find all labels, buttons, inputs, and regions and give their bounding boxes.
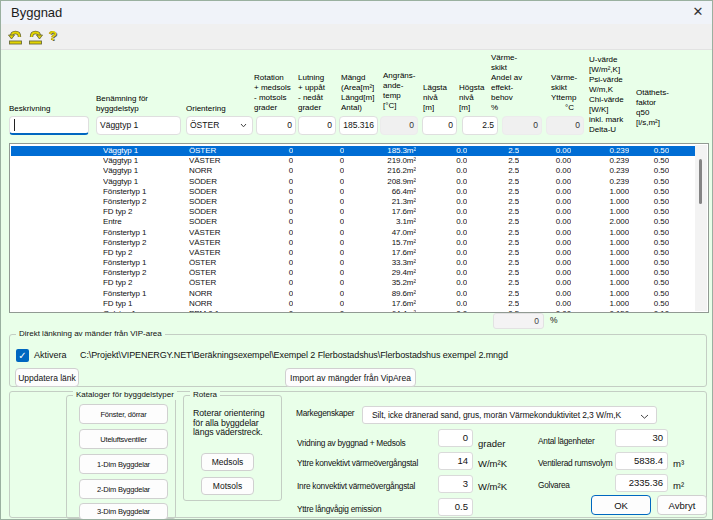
col-beskrivning: Beskrivning: [9, 104, 50, 114]
table-row[interactable]: Väggtyp 1NORR00216.2m²0.02.50.000.2390.5…: [11, 166, 695, 176]
rotera-group: Rotera Roterar orientering för alla bygg…: [183, 395, 282, 501]
table-row[interactable]: EntreSÖDER003.1m²0.02.50.002.0000.50: [11, 217, 695, 227]
golvarea-label: Golvarea: [538, 480, 570, 490]
table-row[interactable]: Väggtyp 1VÄSTER00219.0m²0.02.50.000.2390…: [11, 156, 695, 166]
rumsvolym-label: Ventilerad rumsvolym: [538, 458, 612, 468]
chevron-down-icon: [240, 122, 247, 129]
hogsta-niva-input[interactable]: 2.5: [462, 116, 498, 135]
link-group: Direkt länkning av mänder från VIP-area …: [9, 334, 707, 387]
markegenskaper-label: Markegenskaper: [296, 408, 354, 418]
golvarea-unit: m²: [673, 480, 684, 491]
dim1-byggdelar-button[interactable]: 1-Dim Byggdelar: [79, 454, 168, 474]
byggdelar-list[interactable]: Väggtyp 1ÖSTER00185.3m²0.02.50.000.2390.…: [9, 143, 709, 313]
table-row[interactable]: Fönstertyp 2SÖDER0021.3m²0.02.50.001.000…: [11, 197, 695, 207]
angransande-temp-input: 0: [380, 116, 418, 135]
close-icon[interactable]: ✕: [690, 4, 706, 20]
link-group-title: Direkt länkning av mänder från VIP-area: [16, 329, 165, 339]
redo-icon[interactable]: [28, 29, 43, 49]
table-row[interactable]: Fönstertyp 2ÖSTER0029.4m²0.02.50.001.000…: [11, 268, 695, 278]
table-row[interactable]: FD typ 2SÖDER0017.6m²0.02.50.001.0000.50: [11, 207, 695, 217]
ok-button[interactable]: OK: [591, 495, 651, 515]
scrollbar[interactable]: [695, 145, 707, 311]
col-mangd: Mängd(Area[m²]Längd[m]Antal): [341, 73, 374, 113]
vridning-label: Vridning av byggnad + Medsols: [297, 438, 405, 448]
table-row[interactable]: Fönstertyp 2VÄSTER0015.7m²0.02.50.001.00…: [11, 238, 695, 248]
beskrivning-input[interactable]: [9, 116, 89, 135]
rotation-input[interactable]: 0: [256, 116, 296, 135]
rotera-description: Roterar orientering för alla byggdelar l…: [193, 409, 271, 438]
inre-konvektivt-input[interactable]: 3: [438, 475, 473, 493]
katalog-group: Kataloger för byggdelstyper Fönster, dör…: [66, 395, 176, 519]
col-hogsta: Högstanivå[m]: [459, 83, 484, 113]
uppdatera-lank-button[interactable]: Uppdatera länk: [15, 368, 79, 387]
col-varmeskikt-yttemp: Värme-skiktYttemp°C: [551, 73, 577, 113]
percent-label: %: [550, 315, 558, 325]
katalog-group-title: Kataloger för byggdelstyper: [73, 390, 177, 400]
col-angrans: Angräns-ande-temp[°C]: [383, 71, 415, 111]
yttre-konvektivt-label: Yttre konvektivt värmeövergångstal: [297, 458, 418, 468]
uteluftsventiler-button[interactable]: Uteluftsventiler: [79, 429, 168, 449]
col-rotation: Rotation+ medsols- motsolsgrader: [254, 73, 291, 113]
col-benamning: Benämning förbyggdelstyp: [96, 94, 148, 114]
table-row[interactable]: Väggtyp 1SÖDER00208.9m²0.02.50.000.2390.…: [11, 177, 695, 187]
antal-lagenheter-input[interactable]: 30: [615, 429, 668, 447]
rumsvolym-unit: m³: [673, 458, 684, 469]
mangd-input[interactable]: 185.316: [339, 116, 378, 135]
col-orientering: Orientering: [186, 104, 226, 114]
inre-konvektivt-label: Inre konvektivt värmeövergångstal: [297, 481, 415, 491]
table-row[interactable]: Fönstertyp 1SÖDER0066.4m²0.02.50.001.000…: [11, 187, 695, 197]
markegenskaper-select[interactable]: Silt, icke dränerad sand, grus, morän Vä…: [362, 406, 657, 424]
import-button[interactable]: Import av mängder från VipArea: [285, 368, 416, 387]
varmeskikt-andel-input: 0: [502, 116, 542, 135]
table-row[interactable]: FD typ 1NORR0017.6m²0.02.50.001.0000.50: [11, 299, 695, 309]
dim3-byggdelar-button[interactable]: 3-Dim Byggdelar: [79, 503, 168, 520]
benamning-input[interactable]: Väggtyp 1: [96, 116, 181, 135]
percent-field: 0: [493, 313, 544, 329]
dim2-byggdelar-button[interactable]: 2-Dim Byggdelar: [79, 479, 168, 499]
yttre-konvektivt-unit: W/m²K: [478, 458, 507, 469]
table-row[interactable]: Fönstertyp 1ÖSTER0033.3m²0.02.50.001.000…: [11, 258, 695, 268]
emission-input[interactable]: 0.5: [438, 498, 473, 516]
help-icon[interactable]: ?: [49, 28, 57, 43]
table-row[interactable]: Fönstertyp 1NORR0089.6m²0.02.50.001.0000…: [11, 289, 695, 299]
lutning-input[interactable]: 0: [298, 116, 336, 135]
table-row[interactable]: Fönstertyp 1VÄSTER0047.0m²0.02.50.001.00…: [11, 228, 695, 238]
col-lagsta: Lägstanivå[m]: [423, 83, 447, 113]
golvarea-input[interactable]: 2335.36: [615, 474, 668, 492]
inre-konvektivt-unit: W/m²K: [478, 481, 507, 492]
antal-lagenheter-label: Antal lägenheter: [538, 436, 594, 446]
orientering-select[interactable]: ÖSTER: [186, 116, 253, 135]
vridning-unit: grader: [478, 438, 505, 449]
rumsvolym-input[interactable]: 5838.4: [615, 452, 668, 470]
avbryt-button[interactable]: Avbryt: [657, 495, 707, 515]
byggnad-dialog: Byggnad ✕ ? Beskrivning Benämning förbyg…: [0, 0, 713, 520]
col-varmeskikt-andel: Värme-skiktAndel aveffekt-behov%: [491, 53, 522, 113]
title-bar: Byggnad ✕: [1, 1, 713, 24]
lagsta-niva-input[interactable]: 0: [422, 116, 457, 135]
table-row[interactable]: FD typ 2ÖSTER0035.2m²0.02.50.001.0000.50: [11, 278, 695, 288]
fonster-dorrar-button[interactable]: Fönster, dörrar: [79, 404, 168, 424]
aktivera-checkbox[interactable]: ✓: [16, 349, 29, 362]
link-path: C:\Projekt\VIPENERGY.NET\Beräkningsexemp…: [80, 350, 508, 360]
col-lutning: Lutning+ uppåt- nedåtgrader: [298, 73, 325, 113]
emission-label: Yttre långvågig emission: [297, 504, 381, 514]
scrollbar-thumb[interactable]: [699, 159, 702, 204]
table-row[interactable]: FD typ 2VÄSTER0017.6m²0.02.50.001.0000.5…: [11, 248, 695, 258]
dialog-title: Byggnad: [11, 5, 62, 20]
rotera-group-title: Rotera: [190, 390, 220, 400]
col-otathetsfaktor: Otäthets-faktorq50[l/s,m²]: [636, 88, 669, 128]
yttre-konvektivt-input[interactable]: 14: [438, 452, 473, 470]
motsols-button[interactable]: Motsols: [201, 477, 254, 495]
table-row[interactable]: Väggtyp 1ÖSTER00185.3m²0.02.50.000.2390.…: [11, 146, 695, 156]
table-row[interactable]: Golvtyp 1PPM 0.1 m0064.4m²0.00.50.000.15…: [11, 309, 695, 312]
undo-icon[interactable]: [8, 29, 23, 49]
toolbar: ?: [1, 24, 713, 50]
aktivera-label: Aktivera: [34, 350, 67, 360]
col-u-varde: U-värde[W/m²,K]Psi-värdeW/m,KChi-värde[W…: [589, 55, 624, 135]
chevron-down-icon: [640, 413, 649, 420]
medsols-button[interactable]: Medsols: [201, 453, 254, 471]
vridning-input[interactable]: 0: [438, 429, 473, 447]
varmeskikt-yttemp-input: 0: [546, 116, 584, 135]
